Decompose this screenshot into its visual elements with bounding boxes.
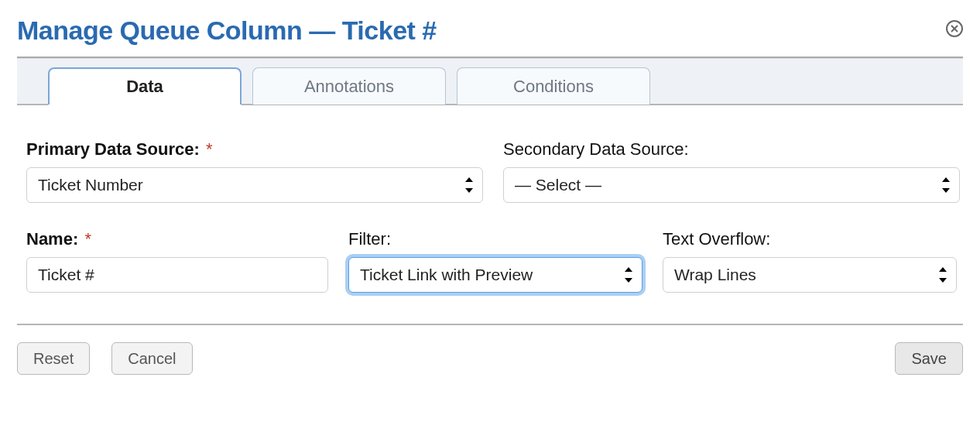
dialog-header: Manage Queue Column — Ticket # — [17, 15, 963, 57]
dialog-title: Manage Queue Column — Ticket # — [17, 15, 437, 46]
field-text-overflow: Text Overflow: Wrap Lines — [663, 229, 957, 293]
tab-label: Conditions — [513, 77, 594, 97]
button-label: Cancel — [128, 350, 176, 368]
close-button[interactable] — [946, 20, 963, 37]
tab-conditions[interactable]: Conditions — [457, 67, 650, 105]
select-primary-source[interactable]: Ticket Number — [26, 167, 483, 203]
button-label: Save — [911, 350, 947, 368]
select-arrows-icon — [937, 267, 948, 283]
select-arrows-icon — [623, 267, 634, 283]
label-filter: Filter: — [348, 229, 642, 249]
required-marker: * — [206, 139, 213, 159]
save-button[interactable]: Save — [895, 342, 963, 375]
select-value: Wrap Lines — [674, 266, 756, 284]
footer-left: Reset Cancel — [17, 342, 193, 375]
label-primary-source: Primary Data Source: * — [26, 139, 483, 160]
select-text-overflow[interactable]: Wrap Lines — [663, 257, 957, 293]
select-value: Ticket Number — [38, 176, 143, 194]
tab-annotations[interactable]: Annotations — [252, 67, 446, 105]
label-secondary-source: Secondary Data Source: — [503, 139, 960, 160]
button-label: Reset — [33, 350, 74, 368]
close-icon — [951, 25, 958, 33]
select-arrows-icon — [464, 177, 475, 193]
select-filter[interactable]: Ticket Link with Preview — [348, 257, 642, 293]
tab-data[interactable]: Data — [48, 67, 242, 105]
form-row-2: Name: * Ticket # Filter: Ticket Link wit… — [26, 229, 954, 293]
select-value: — Select — — [515, 176, 601, 194]
required-marker: * — [84, 229, 91, 249]
input-name[interactable]: Ticket # — [26, 257, 328, 293]
tabs: Data Annotations Conditions — [17, 58, 963, 105]
dialog: Manage Queue Column — Ticket # Data Anno… — [0, 0, 980, 393]
select-arrows-icon — [941, 177, 951, 193]
dialog-footer: Reset Cancel Save — [17, 324, 963, 375]
form: Primary Data Source: * Ticket Number Sec… — [17, 105, 963, 324]
tab-label: Annotations — [304, 77, 394, 97]
form-row-1: Primary Data Source: * Ticket Number Sec… — [26, 139, 954, 203]
select-value: Ticket Link with Preview — [360, 266, 533, 284]
field-secondary-source: Secondary Data Source: — Select — — [503, 139, 960, 203]
field-name: Name: * Ticket # — [26, 229, 328, 293]
input-value: Ticket # — [38, 266, 94, 284]
label-text-overflow: Text Overflow: — [663, 229, 957, 249]
label-name: Name: * — [26, 229, 328, 249]
reset-button[interactable]: Reset — [17, 342, 90, 375]
field-filter: Filter: Ticket Link with Preview — [348, 229, 642, 293]
tab-label: Data — [126, 77, 163, 97]
cancel-button[interactable]: Cancel — [111, 342, 192, 375]
select-secondary-source[interactable]: — Select — — [503, 167, 960, 203]
field-primary-source: Primary Data Source: * Ticket Number — [26, 139, 483, 203]
